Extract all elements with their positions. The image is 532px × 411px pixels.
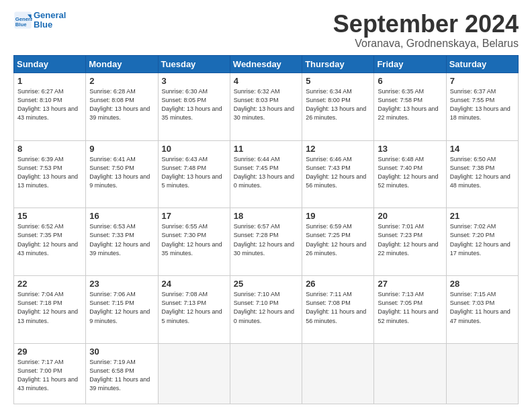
- day-cell-3: 3Sunrise: 6:30 AMSunset: 8:05 PMDaylight…: [158, 73, 230, 140]
- day-info: Sunrise: 6:32 AMSunset: 8:03 PMDaylight:…: [234, 87, 298, 122]
- day-number: 6: [378, 76, 442, 86]
- day-number: 20: [378, 211, 442, 221]
- day-info: Sunrise: 7:11 AMSunset: 7:08 PMDaylight:…: [306, 290, 370, 325]
- calendar-title: September 2024: [333, 11, 519, 38]
- day-cell-1: 1Sunrise: 6:27 AMSunset: 8:10 PMDaylight…: [14, 73, 86, 140]
- day-number: 9: [89, 144, 154, 154]
- day-info: Sunrise: 7:02 AMSunset: 7:20 PMDaylight:…: [450, 222, 515, 257]
- day-info: Sunrise: 7:04 AMSunset: 7:18 PMDaylight:…: [17, 290, 82, 325]
- day-cell-5: 5Sunrise: 6:34 AMSunset: 8:00 PMDaylight…: [302, 73, 374, 140]
- day-number: 26: [306, 279, 370, 289]
- day-cell-16: 16Sunrise: 6:53 AMSunset: 7:33 PMDayligh…: [86, 208, 158, 276]
- day-cell-14: 14Sunrise: 6:50 AMSunset: 7:38 PMDayligh…: [446, 140, 518, 208]
- day-number: 8: [17, 144, 82, 154]
- day-cell-7: 7Sunrise: 6:37 AMSunset: 7:55 PMDaylight…: [446, 73, 518, 140]
- day-cell-6: 6Sunrise: 6:35 AMSunset: 7:58 PMDaylight…: [374, 73, 446, 140]
- day-cell-19: 19Sunrise: 6:59 AMSunset: 7:25 PMDayligh…: [302, 208, 374, 276]
- empty-cell: [158, 344, 230, 404]
- calendar-header-row: SundayMondayTuesdayWednesdayThursdayFrid…: [14, 55, 519, 73]
- day-number: 22: [17, 279, 82, 289]
- column-header-friday: Friday: [374, 55, 446, 73]
- day-number: 23: [89, 279, 154, 289]
- column-header-tuesday: Tuesday: [158, 55, 230, 73]
- calendar-table: SundayMondayTuesdayWednesdayThursdayFrid…: [13, 55, 519, 404]
- day-info: Sunrise: 6:52 AMSunset: 7:35 PMDaylight:…: [17, 222, 82, 257]
- svg-text:Blue: Blue: [15, 21, 27, 28]
- day-cell-21: 21Sunrise: 7:02 AMSunset: 7:20 PMDayligh…: [446, 208, 518, 276]
- day-info: Sunrise: 6:37 AMSunset: 7:55 PMDaylight:…: [450, 87, 515, 122]
- day-info: Sunrise: 6:43 AMSunset: 7:48 PMDaylight:…: [162, 155, 226, 190]
- day-cell-2: 2Sunrise: 6:28 AMSunset: 8:08 PMDaylight…: [86, 73, 158, 140]
- day-info: Sunrise: 6:59 AMSunset: 7:25 PMDaylight:…: [306, 222, 370, 257]
- day-info: Sunrise: 7:19 AMSunset: 6:58 PMDaylight:…: [89, 358, 154, 393]
- day-cell-30: 30Sunrise: 7:19 AMSunset: 6:58 PMDayligh…: [86, 344, 158, 404]
- day-info: Sunrise: 7:15 AMSunset: 7:03 PMDaylight:…: [450, 290, 515, 325]
- day-cell-27: 27Sunrise: 7:13 AMSunset: 7:05 PMDayligh…: [374, 276, 446, 344]
- day-info: Sunrise: 6:50 AMSunset: 7:38 PMDaylight:…: [450, 155, 515, 190]
- day-cell-23: 23Sunrise: 7:06 AMSunset: 7:15 PMDayligh…: [86, 276, 158, 344]
- day-info: Sunrise: 6:27 AMSunset: 8:10 PMDaylight:…: [17, 87, 82, 122]
- day-number: 5: [306, 76, 370, 86]
- day-info: Sunrise: 7:10 AMSunset: 7:10 PMDaylight:…: [234, 290, 298, 325]
- day-cell-11: 11Sunrise: 6:44 AMSunset: 7:45 PMDayligh…: [230, 140, 302, 208]
- empty-cell: [302, 344, 374, 404]
- day-cell-15: 15Sunrise: 6:52 AMSunset: 7:35 PMDayligh…: [14, 208, 86, 276]
- day-cell-9: 9Sunrise: 6:41 AMSunset: 7:50 PMDaylight…: [86, 140, 158, 208]
- day-number: 29: [17, 347, 82, 357]
- day-info: Sunrise: 6:39 AMSunset: 7:53 PMDaylight:…: [17, 155, 82, 190]
- empty-cell: [374, 344, 446, 404]
- day-number: 13: [378, 144, 442, 154]
- day-number: 1: [17, 76, 82, 86]
- column-header-saturday: Saturday: [446, 55, 518, 73]
- day-cell-26: 26Sunrise: 7:11 AMSunset: 7:08 PMDayligh…: [302, 276, 374, 344]
- day-number: 15: [17, 211, 82, 221]
- logo: General Blue General Blue: [13, 11, 66, 30]
- day-number: 19: [306, 211, 370, 221]
- day-number: 30: [89, 347, 154, 357]
- day-number: 3: [162, 76, 226, 86]
- day-cell-8: 8Sunrise: 6:39 AMSunset: 7:53 PMDaylight…: [14, 140, 86, 208]
- day-number: 11: [234, 144, 298, 154]
- day-cell-12: 12Sunrise: 6:46 AMSunset: 7:43 PMDayligh…: [302, 140, 374, 208]
- day-info: Sunrise: 6:55 AMSunset: 7:30 PMDaylight:…: [162, 222, 226, 257]
- title-block: September 2024 Voranava, Grodnenskaya, B…: [333, 11, 519, 50]
- calendar-subtitle: Voranava, Grodnenskaya, Belarus: [333, 38, 519, 50]
- day-info: Sunrise: 6:44 AMSunset: 7:45 PMDaylight:…: [234, 155, 298, 190]
- day-cell-25: 25Sunrise: 7:10 AMSunset: 7:10 PMDayligh…: [230, 276, 302, 344]
- day-number: 4: [234, 76, 298, 86]
- day-info: Sunrise: 6:41 AMSunset: 7:50 PMDaylight:…: [89, 155, 154, 190]
- day-number: 10: [162, 144, 226, 154]
- day-info: Sunrise: 6:35 AMSunset: 7:58 PMDaylight:…: [378, 87, 442, 122]
- column-header-wednesday: Wednesday: [230, 55, 302, 73]
- day-number: 16: [89, 211, 154, 221]
- column-header-thursday: Thursday: [302, 55, 374, 73]
- day-info: Sunrise: 6:46 AMSunset: 7:43 PMDaylight:…: [306, 155, 370, 190]
- day-info: Sunrise: 6:30 AMSunset: 8:05 PMDaylight:…: [162, 87, 226, 122]
- day-info: Sunrise: 7:08 AMSunset: 7:13 PMDaylight:…: [162, 290, 226, 325]
- day-info: Sunrise: 6:28 AMSunset: 8:08 PMDaylight:…: [89, 87, 154, 122]
- empty-cell: [446, 344, 518, 404]
- day-info: Sunrise: 7:17 AMSunset: 7:00 PMDaylight:…: [17, 358, 82, 393]
- day-number: 27: [378, 279, 442, 289]
- column-header-sunday: Sunday: [14, 55, 86, 73]
- day-number: 12: [306, 144, 370, 154]
- day-cell-17: 17Sunrise: 6:55 AMSunset: 7:30 PMDayligh…: [158, 208, 230, 276]
- logo-text-line2: Blue: [34, 20, 66, 30]
- logo-icon: General Blue: [13, 11, 32, 30]
- day-number: 18: [234, 211, 298, 221]
- day-cell-18: 18Sunrise: 6:57 AMSunset: 7:28 PMDayligh…: [230, 208, 302, 276]
- empty-cell: [230, 344, 302, 404]
- column-header-monday: Monday: [86, 55, 158, 73]
- day-number: 17: [162, 211, 226, 221]
- day-info: Sunrise: 7:01 AMSunset: 7:23 PMDaylight:…: [378, 222, 442, 257]
- logo-text-line1: General: [34, 11, 66, 20]
- day-number: 25: [234, 279, 298, 289]
- day-info: Sunrise: 6:53 AMSunset: 7:33 PMDaylight:…: [89, 222, 154, 257]
- day-cell-28: 28Sunrise: 7:15 AMSunset: 7:03 PMDayligh…: [446, 276, 518, 344]
- day-info: Sunrise: 7:06 AMSunset: 7:15 PMDaylight:…: [89, 290, 154, 325]
- day-cell-13: 13Sunrise: 6:48 AMSunset: 7:40 PMDayligh…: [374, 140, 446, 208]
- day-cell-20: 20Sunrise: 7:01 AMSunset: 7:23 PMDayligh…: [374, 208, 446, 276]
- day-cell-24: 24Sunrise: 7:08 AMSunset: 7:13 PMDayligh…: [158, 276, 230, 344]
- day-number: 14: [450, 144, 515, 154]
- day-info: Sunrise: 7:13 AMSunset: 7:05 PMDaylight:…: [378, 290, 442, 325]
